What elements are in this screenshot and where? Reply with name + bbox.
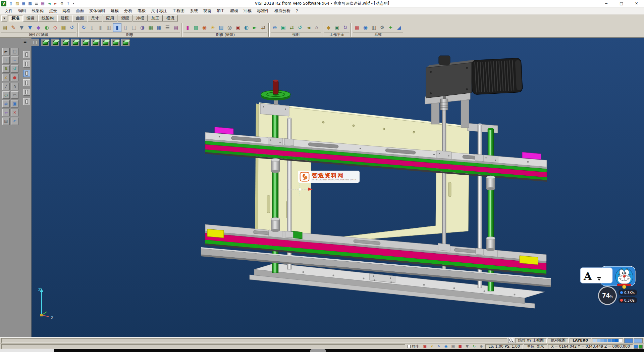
circle-icon[interactable]: ○ — [2, 91, 10, 99]
menu-drafting[interactable]: 工程图 — [170, 7, 187, 14]
lighting-icon[interactable]: ☀ — [209, 23, 217, 32]
rectangle-icon[interactable]: ▭ — [11, 91, 18, 99]
pan-icon[interactable]: ⇄ — [287, 23, 296, 32]
mini-swatch-blue[interactable] — [634, 345, 638, 349]
taskbar-left-segment[interactable] — [0, 349, 54, 352]
box-select-icon[interactable]: □ — [11, 48, 18, 55]
zoom-out-icon[interactable]: − — [11, 56, 18, 64]
menu-wireframe[interactable]: 线架构 — [29, 7, 46, 14]
tab-mold[interactable]: 塑膜 — [118, 15, 132, 21]
help-icon[interactable]: ? — [65, 1, 71, 6]
filter-face-icon[interactable]: ◐ — [43, 23, 51, 32]
menu-electrode[interactable]: 电极 — [135, 7, 148, 14]
stats-icon[interactable]: ▤ — [172, 23, 180, 32]
menu-analysis[interactable]: 分析 — [121, 7, 135, 14]
tab-edit[interactable]: 编辑 — [23, 15, 38, 21]
tab-standard[interactable]: 标准 — [8, 15, 23, 21]
maximize-button[interactable]: □ — [614, 0, 629, 7]
import-icon[interactable]: ◄ — [46, 1, 52, 6]
halfshade-cylinder-icon[interactable]: ▥ — [105, 23, 113, 32]
menu-mold[interactable]: 塑模 — [227, 7, 241, 14]
solid-box-icon[interactable]: ■ — [457, 344, 463, 349]
shaded-edges-display-icon[interactable] — [23, 79, 30, 86]
filter-small-icon[interactable]: ▼ — [464, 344, 470, 349]
menu-edit[interactable]: 编辑 — [15, 7, 29, 14]
mirror-icon[interactable]: ↔ — [2, 109, 10, 116]
minimize-button[interactable]: ─ — [599, 0, 614, 7]
lock-checkbox-icon[interactable] — [408, 345, 411, 348]
previous-view-icon[interactable]: ◄ — [304, 23, 313, 32]
view-iso-button[interactable] — [41, 39, 49, 46]
secondary-color-box[interactable] — [634, 338, 643, 343]
snapshot-icon[interactable]: ▣ — [234, 23, 242, 32]
camera-icon[interactable]: ◎ — [225, 23, 234, 32]
layer-color-swatch[interactable] — [608, 339, 611, 342]
layer-stack-icon[interactable]: ▤ — [450, 344, 456, 349]
view-right-button[interactable] — [71, 39, 79, 46]
rendered-display-icon[interactable] — [23, 98, 30, 105]
print-icon[interactable]: ☰ — [33, 1, 40, 6]
attribute-paint-icon[interactable]: ✎ — [9, 23, 17, 32]
view-front-button[interactable] — [61, 39, 69, 46]
views-menu-button[interactable]: ≡ — [21, 39, 29, 46]
lock-toggle[interactable]: 拴牢 — [406, 344, 421, 349]
info-icon[interactable]: ◉ — [443, 344, 449, 349]
quick-access-dropdown-icon[interactable]: ▾ — [72, 2, 75, 5]
section-view-icon[interactable]: ◑ — [138, 23, 147, 32]
table-icon[interactable]: ▦ — [155, 23, 163, 32]
grid-icon[interactable]: ▦ — [147, 23, 155, 32]
point-icon[interactable]: ● — [11, 74, 18, 81]
shaded-display-icon[interactable] — [23, 70, 30, 77]
view-axonometric-button[interactable] — [111, 39, 120, 46]
named-views-icon[interactable]: ⌂ — [313, 23, 321, 32]
layer-color-swatch[interactable] — [600, 339, 604, 342]
render-icon[interactable]: ▮ — [183, 23, 192, 32]
options-icon[interactable]: ⚙ — [59, 1, 65, 6]
menu-moldflow[interactable]: 模流分析 — [272, 7, 293, 14]
menu-machining[interactable]: 加工 — [214, 7, 227, 14]
tab-moldflow[interactable]: 模流 — [163, 15, 178, 21]
tab-dimension[interactable]: 尺寸 — [88, 15, 102, 21]
properties-icon[interactable]: ▤ — [1, 23, 9, 32]
filter-icon[interactable]: ▼ — [17, 23, 26, 32]
sync-icon[interactable]: ↻ — [471, 344, 477, 349]
layer-color-swatch[interactable] — [615, 339, 619, 342]
filter-add-icon[interactable]: ▼ — [26, 23, 34, 32]
globe-icon[interactable]: ◉ — [361, 23, 370, 32]
view-left-button[interactable] — [91, 39, 100, 46]
view-dynamic-button[interactable] — [121, 39, 130, 46]
color-settings-icon[interactable]: ▦ — [353, 23, 361, 32]
delete-icon[interactable]: ✕ — [11, 109, 18, 116]
menu-solid-edit[interactable]: 实体编辑 — [87, 7, 108, 14]
shaded-view-icon[interactable]: ▮ — [113, 23, 121, 32]
active-color-box[interactable] — [624, 338, 633, 343]
brightness-icon[interactable]: ☀ — [429, 344, 435, 349]
filter-solid-icon[interactable]: ◆ — [34, 23, 43, 32]
menu-die[interactable]: 冲模 — [241, 7, 254, 14]
filter-clear-icon[interactable]: ▦ — [59, 23, 68, 32]
translucent-display-icon[interactable] — [23, 89, 30, 96]
axes-icon[interactable]: ⊕ — [478, 344, 484, 349]
orbit-icon[interactable]: ↺ — [11, 65, 18, 73]
tab-surface[interactable]: 曲面 — [72, 15, 87, 21]
calculator-icon[interactable]: ▥ — [370, 23, 378, 32]
open-file-icon[interactable]: ▨ — [14, 1, 20, 6]
workplane-entity-icon[interactable]: ▣ — [333, 23, 341, 32]
filter-edge-icon[interactable]: ◇ — [51, 23, 59, 32]
menu-point-cloud[interactable]: 点云 — [46, 7, 60, 14]
undo-icon[interactable]: ↶ — [11, 118, 18, 125]
layer-color-swatch[interactable] — [597, 339, 600, 342]
view-mode-panel[interactable]: 绝对 XY 上视图 — [515, 338, 547, 343]
texture-icon[interactable]: ▩ — [192, 23, 200, 32]
layers-icon[interactable]: ▤ — [2, 118, 10, 125]
layer-color-swatch[interactable] — [619, 339, 622, 342]
display-config-icon[interactable]: ▣ — [422, 344, 428, 349]
move-icon[interactable]: ⇄ — [2, 100, 10, 107]
zoom-window-icon[interactable]: ▣ — [279, 23, 287, 32]
animation-icon[interactable]: ► — [251, 23, 259, 32]
arc-icon[interactable]: ∩ — [11, 83, 18, 90]
tab-dropdown-icon[interactable]: ▼ — [1, 15, 7, 21]
settings-gear-icon[interactable]: ⚙ — [378, 23, 386, 32]
ghost-view-icon[interactable]: ▯ — [121, 23, 130, 32]
view-back-button[interactable] — [81, 39, 90, 46]
